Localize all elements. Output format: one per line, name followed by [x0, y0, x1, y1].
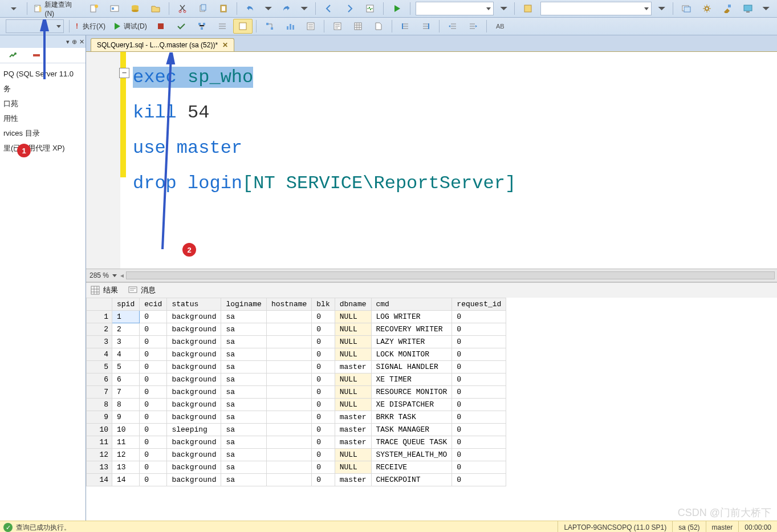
- svg-line-42: [162, 55, 171, 249]
- new-file-icon[interactable]: [84, 1, 104, 16]
- results-to-grid-icon[interactable]: [348, 19, 368, 34]
- fold-icon[interactable]: −: [119, 68, 129, 78]
- nav-fwd-icon[interactable]: [340, 1, 359, 16]
- toggleplan-icon[interactable]: [260, 19, 279, 34]
- tree-item[interactable]: 口苑: [2, 96, 83, 111]
- project-menu-icon[interactable]: [497, 1, 511, 16]
- code-area[interactable]: exec sp_whokill 54use masterdrop login[N…: [131, 52, 777, 269]
- results-to-file-icon[interactable]: [369, 19, 388, 34]
- undo-dropdown-icon[interactable]: [261, 1, 275, 16]
- column-header[interactable]: loginame: [221, 298, 266, 311]
- indent-icon[interactable]: [213, 19, 232, 34]
- table-row[interactable]: 660backgroundsa0NULLXE TIMER0: [87, 373, 506, 386]
- table-row[interactable]: 14140backgroundsa0masterCHECKPOINT0: [87, 474, 506, 486]
- redo-dropdown-icon[interactable]: [297, 1, 311, 16]
- tree-item[interactable]: rvices 目录: [2, 126, 83, 141]
- table-row[interactable]: 220backgroundsa0NULLRECOVERY WRITER0: [87, 323, 506, 336]
- tree-item[interactable]: 务: [2, 82, 83, 96]
- svg-text:AB: AB: [496, 23, 505, 30]
- column-header[interactable]: hostname: [266, 298, 311, 311]
- activity-icon[interactable]: [360, 1, 380, 16]
- column-header[interactable]: spid: [112, 298, 140, 311]
- project-combo[interactable]: [416, 2, 494, 15]
- screen-menu-icon[interactable]: [759, 1, 773, 16]
- code-editor[interactable]: − exec sp_whokill 54use masterdrop login…: [86, 51, 777, 269]
- nav-back-icon[interactable]: [319, 1, 339, 16]
- close-icon[interactable]: ✕: [222, 41, 228, 49]
- dropdown-icon[interactable]: ▾: [66, 38, 70, 46]
- close-icon[interactable]: ✕: [79, 38, 84, 46]
- table-row[interactable]: 770backgroundsa0NULLRESOURCE MONITOR0: [87, 386, 506, 399]
- svg-point-8: [132, 10, 139, 12]
- tab-results[interactable]: 结果: [91, 285, 118, 295]
- dropdown-icon[interactable]: [4, 1, 23, 16]
- table-row[interactable]: 10100sleepingsa0masterTASK MANAGER0: [87, 424, 506, 436]
- svg-rect-16: [524, 5, 531, 12]
- tool2-icon[interactable]: [718, 1, 737, 16]
- results-grid[interactable]: spidecidstatusloginamehostnameblkdbnamec…: [86, 298, 777, 521]
- column-header[interactable]: request_id: [452, 298, 506, 311]
- column-header[interactable]: ecid: [140, 298, 167, 311]
- table-row[interactable]: 11110backgroundsa0masterTRACE QUEUE TASK…: [87, 436, 506, 449]
- table-row[interactable]: 110backgroundsa0NULLLOG WRITER0: [87, 311, 506, 323]
- redo-icon[interactable]: [276, 1, 296, 16]
- gear-icon[interactable]: [697, 1, 717, 16]
- separator: [486, 20, 487, 33]
- table-row[interactable]: 330backgroundsa0NULLLAZY WRITER0: [87, 336, 506, 348]
- column-header[interactable]: cmd: [371, 298, 452, 311]
- results-to-text-icon[interactable]: [328, 19, 347, 34]
- tree-item[interactable]: 用性: [2, 111, 83, 126]
- separator: [673, 2, 673, 15]
- find-menu-icon[interactable]: [654, 1, 669, 16]
- table-row[interactable]: 550backgroundsa0masterSIGNAL HANDLER0: [87, 361, 506, 373]
- new-proj-icon[interactable]: [105, 1, 124, 16]
- find-combo[interactable]: [540, 2, 652, 15]
- copy-icon[interactable]: [193, 1, 213, 16]
- status-host: LAPTOP-9GNCSOPQ (11.0 SP1): [558, 521, 672, 532]
- db-icon[interactable]: [125, 1, 145, 16]
- tree-item[interactable]: 里(已禁用代理 XP): [2, 141, 83, 156]
- annotation-arrow-2: [160, 52, 188, 252]
- connect-icon[interactable]: [3, 48, 22, 63]
- tool-icon[interactable]: [518, 1, 538, 16]
- chevron-down-icon[interactable]: [112, 274, 117, 277]
- decrease-indent-icon[interactable]: [443, 19, 462, 34]
- table-row[interactable]: 880backgroundsa0NULLXE DISPATCHER0: [87, 399, 506, 411]
- cut-icon[interactable]: [173, 1, 192, 16]
- database-combo[interactable]: [6, 19, 64, 33]
- play-icon[interactable]: [387, 1, 406, 16]
- column-header[interactable]: status: [167, 298, 221, 311]
- options-icon[interactable]: [301, 19, 320, 34]
- uncomment-icon[interactable]: [416, 19, 436, 34]
- results-table[interactable]: spidecidstatusloginamehostnameblkdbnamec…: [86, 298, 506, 486]
- tab-active[interactable]: SQLQuery1.sql - L...Q.master (sa (52))* …: [91, 38, 234, 51]
- plan-icon[interactable]: [192, 19, 211, 34]
- horizontal-scrollbar[interactable]: [126, 271, 775, 279]
- stats-icon[interactable]: [280, 19, 300, 34]
- new-query-button[interactable]: 新建查询(N): [31, 1, 83, 16]
- window-icon[interactable]: [677, 1, 696, 16]
- tab-messages[interactable]: 消息: [128, 285, 156, 295]
- zoom-value[interactable]: 285 %: [90, 271, 109, 279]
- table-row[interactable]: 990backgroundsa0masterBRKR TASK0: [87, 411, 506, 424]
- table-row[interactable]: 12120backgroundsa0NULLSYSTEM_HEALTH_MO0: [87, 449, 506, 461]
- parse-icon[interactable]: [172, 19, 191, 34]
- pin-icon[interactable]: ⊕: [72, 38, 77, 46]
- table-row[interactable]: 440backgroundsa0NULLLOCK MONITOR0: [87, 348, 506, 361]
- increase-indent-icon[interactable]: [463, 19, 483, 34]
- column-header[interactable]: dbname: [335, 298, 371, 311]
- paste-icon[interactable]: [214, 1, 233, 16]
- execute-button[interactable]: ! 执行(X): [73, 19, 108, 34]
- chevron-down-icon: [486, 7, 491, 10]
- open-icon[interactable]: [146, 1, 165, 16]
- comment-icon[interactable]: [396, 19, 415, 34]
- debug-button[interactable]: 调试(D): [109, 19, 150, 34]
- table-row[interactable]: 13130backgroundsa0NULLRECEIVE0: [87, 461, 506, 474]
- screen-icon[interactable]: [738, 1, 758, 16]
- form-icon[interactable]: [233, 19, 253, 34]
- stop-icon[interactable]: [151, 19, 170, 34]
- separator: [256, 20, 257, 33]
- column-header[interactable]: blk: [312, 298, 335, 311]
- specify-values-icon[interactable]: AB: [490, 19, 510, 34]
- undo-icon[interactable]: [241, 1, 260, 16]
